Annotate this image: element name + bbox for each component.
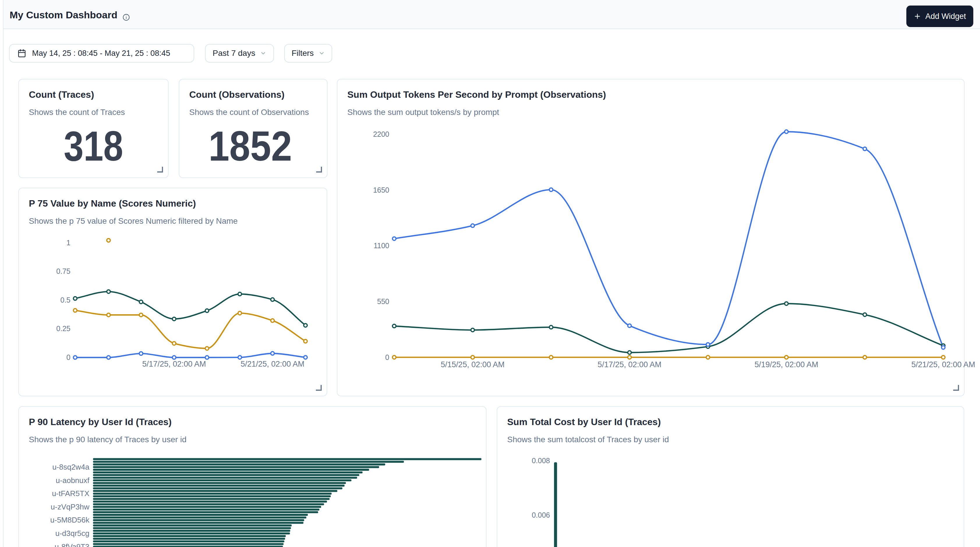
svg-text:5/21/25, 02:00 AM: 5/21/25, 02:00 AM bbox=[911, 360, 975, 369]
svg-text:0.5: 0.5 bbox=[60, 296, 70, 304]
svg-text:u-5M8D56k: u-5M8D56k bbox=[50, 515, 90, 524]
svg-text:u-zVqP3hw: u-zVqP3hw bbox=[51, 503, 89, 511]
svg-text:u-8fVa9T3: u-8fVa9T3 bbox=[55, 542, 89, 547]
svg-text:1: 1 bbox=[66, 239, 70, 247]
svg-text:u-8sq2w4a: u-8sq2w4a bbox=[52, 463, 90, 471]
svg-text:0: 0 bbox=[385, 353, 389, 361]
svg-text:0.75: 0.75 bbox=[56, 267, 70, 275]
svg-text:1650: 1650 bbox=[373, 186, 389, 194]
svg-text:2200: 2200 bbox=[373, 130, 389, 138]
svg-text:5/17/25, 02:00 AM: 5/17/25, 02:00 AM bbox=[598, 360, 662, 369]
svg-text:0.25: 0.25 bbox=[56, 324, 70, 333]
svg-text:1100: 1100 bbox=[374, 241, 389, 250]
svg-text:u-tFAR5TX: u-tFAR5TX bbox=[52, 489, 89, 498]
svg-text:0: 0 bbox=[66, 353, 70, 361]
svg-text:5/21/25, 02:00 AM: 5/21/25, 02:00 AM bbox=[240, 360, 304, 368]
svg-text:5/17/25, 02:00 AM: 5/17/25, 02:00 AM bbox=[142, 360, 206, 368]
svg-text:5/19/25, 02:00 AM: 5/19/25, 02:00 AM bbox=[754, 360, 818, 369]
svg-text:0.008: 0.008 bbox=[531, 457, 550, 465]
svg-text:5/15/25, 02:00 AM: 5/15/25, 02:00 AM bbox=[441, 360, 504, 369]
svg-text:0.006: 0.006 bbox=[531, 511, 550, 519]
svg-text:u-aobnuxf: u-aobnuxf bbox=[56, 476, 89, 485]
svg-text:550: 550 bbox=[377, 297, 389, 306]
svg-text:u-d3qr5cg: u-d3qr5cg bbox=[55, 529, 89, 538]
